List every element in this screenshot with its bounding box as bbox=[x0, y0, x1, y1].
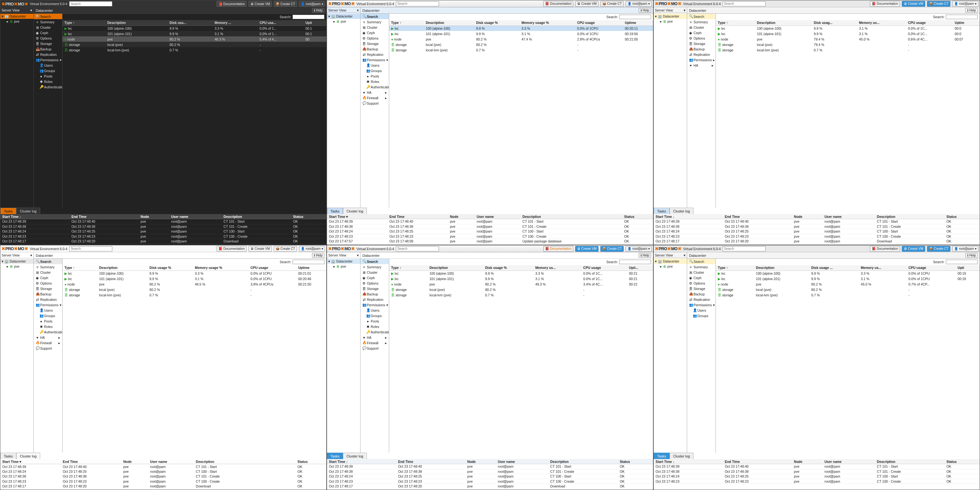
menu-roles[interactable]: ✱Roles bbox=[361, 79, 389, 84]
col-3[interactable]: Memory us... bbox=[857, 20, 906, 25]
menu-groups[interactable]: 👥Groups bbox=[361, 68, 389, 73]
content-search-input[interactable] bbox=[293, 15, 325, 19]
col-0[interactable]: Type ↑ bbox=[716, 265, 754, 270]
user-menu-button[interactable]: 👤root@pam▾ bbox=[952, 1, 978, 7]
menu-replication[interactable]: ⇄Replication bbox=[34, 297, 62, 302]
menu-support[interactable]: 💬Support bbox=[361, 100, 389, 106]
menu-search[interactable]: 🔍Search bbox=[361, 259, 389, 264]
table-row[interactable]: ● nodepve80.2 %49.3 %3.4% of 4C...00:22 bbox=[389, 282, 653, 287]
col-2[interactable]: Disk usage ... bbox=[809, 265, 859, 270]
log-col-2[interactable]: Node bbox=[448, 214, 475, 219]
menu-users[interactable]: 👤Users bbox=[687, 307, 716, 313]
log-col-0[interactable]: Start Time ↓ bbox=[654, 214, 723, 219]
log-col-3[interactable]: User name bbox=[823, 459, 875, 464]
menu-cluster[interactable]: ⊞Cluster bbox=[34, 25, 62, 30]
log-row[interactable]: Oct 23 17:48:39Oct 23 17:48:40pveroot@pa… bbox=[0, 219, 326, 224]
log-row[interactable]: Oct 23 17:48:39Oct 23 17:48:40pveroot@pa… bbox=[654, 219, 980, 224]
menu-replication[interactable]: ⇄Replication bbox=[361, 52, 389, 57]
table-row[interactable]: ▶ lxc100 (alpine-100)9.9 %3.3 %0.0% of 1… bbox=[389, 25, 653, 31]
user-menu-button[interactable]: 👤root@pam▾ bbox=[299, 1, 325, 7]
table-row[interactable]: 🗄 storagelocal (pve)80.2 %- bbox=[62, 287, 326, 292]
tab-cluster-log[interactable]: Cluster log bbox=[343, 208, 367, 214]
menu-users[interactable]: 👤Users bbox=[34, 307, 62, 313]
menu-ha[interactable]: ♥HA ▸ bbox=[361, 335, 389, 340]
log-col-1[interactable]: End Time bbox=[396, 459, 465, 464]
log-col-0[interactable]: Start Time ↓ bbox=[0, 214, 70, 219]
col-2[interactable]: Disk usage % bbox=[483, 265, 533, 270]
content-search-input[interactable] bbox=[293, 260, 325, 264]
menu-pools[interactable]: ●Pools bbox=[361, 73, 389, 79]
documentation-button[interactable]: 📕Documentation bbox=[870, 1, 900, 7]
menu-summary[interactable]: ≡Summary bbox=[687, 19, 716, 25]
help-button[interactable]: ℹ Help bbox=[965, 253, 978, 258]
menu-ha[interactable]: ♥HA ▸ bbox=[34, 335, 62, 340]
create-ct-button[interactable]: 📦Create CT bbox=[274, 246, 297, 252]
table-row[interactable]: ● nodepve80.2 %47.4 %2.8% of 4CPUs00:21:… bbox=[389, 37, 653, 42]
tree-datacenter[interactable]: ▾🏢Datacenter bbox=[327, 14, 360, 19]
log-row[interactable]: Oct 23 17:47:49pveroot@pamStart all VMs … bbox=[327, 244, 653, 245]
menu-ha[interactable]: ♥HA ▸ bbox=[361, 90, 389, 95]
col-0[interactable]: Type ↑ bbox=[389, 265, 428, 270]
log-row[interactable]: Oct 23 17:48:23Oct 23 17:48:23pveroot@pa… bbox=[0, 479, 326, 484]
menu-cluster[interactable]: ⊞Cluster bbox=[687, 270, 716, 275]
col-3[interactable]: Memory usage % bbox=[520, 20, 575, 25]
log-col-1[interactable]: End Time bbox=[388, 214, 448, 219]
table-row[interactable]: 🗄 storagelocal-lvm (pve)0.7 %- bbox=[389, 47, 653, 52]
log-row[interactable]: Oct 23 17:48:38Oct 23 17:48:38pveroot@pa… bbox=[327, 224, 653, 229]
log-row[interactable]: Oct 23 17:48:23Oct 23 17:48:23pveroot@pa… bbox=[327, 479, 653, 484]
log-col-3[interactable]: User name bbox=[496, 459, 548, 464]
menu-users[interactable]: 👤Users bbox=[34, 62, 62, 68]
menu-summary[interactable]: ≡Summary bbox=[361, 264, 389, 270]
menu-search[interactable]: 🔍Search bbox=[361, 14, 389, 19]
menu-backup[interactable]: 📥Backup bbox=[34, 46, 62, 52]
tab-cluster-log[interactable]: Cluster log bbox=[670, 208, 694, 214]
menu-groups[interactable]: 👥Groups bbox=[361, 313, 389, 318]
menu-support[interactable]: 💬Support bbox=[361, 345, 389, 351]
menu-summary[interactable]: ≡Summary bbox=[34, 19, 62, 25]
table-row[interactable]: ▶ lxc101 (alpine-101)9.9 %3.1 %0.0% of 1… bbox=[389, 276, 653, 282]
tab-tasks[interactable]: Tasks bbox=[654, 453, 670, 459]
table-row[interactable]: 🗄 storagelocal (pve)79.4 %- bbox=[716, 42, 980, 47]
menu-support[interactable]: 💬Support bbox=[34, 345, 62, 351]
col-0[interactable]: Type ↑ bbox=[389, 20, 424, 25]
log-col-5[interactable]: Status bbox=[945, 459, 980, 464]
menu-backup[interactable]: 📥Backup bbox=[687, 46, 716, 52]
menu-replication[interactable]: ⇄Replication bbox=[34, 52, 62, 57]
tree-node-pve[interactable]: ▸🖥pve bbox=[654, 19, 687, 24]
log-row[interactable]: Oct 23 17:48:23Oct 23 17:48:23pveroot@pa… bbox=[654, 479, 980, 484]
menu-pools[interactable]: ●Pools bbox=[361, 318, 389, 324]
table-row[interactable]: ▶ lxc101 (alpine-101)9.9 %3.1 %0.0% of 1… bbox=[389, 31, 653, 37]
col-1[interactable]: Description bbox=[105, 20, 167, 25]
log-col-4[interactable]: Description bbox=[520, 214, 622, 219]
menu-authentication[interactable]: 🔑Authentication bbox=[361, 329, 389, 335]
tree-node-pve[interactable]: ▸🖥pve bbox=[327, 19, 360, 24]
global-search-input[interactable] bbox=[722, 1, 765, 6]
menu-cluster[interactable]: ⊞Cluster bbox=[687, 25, 716, 30]
tree-datacenter[interactable]: ▾🏢Datacenter bbox=[0, 14, 33, 19]
menu-search[interactable]: 🔍Search bbox=[34, 259, 62, 264]
log-row[interactable]: Oct 23 17:48:17Oct 23 17:48:20pveroot@pa… bbox=[327, 484, 653, 489]
tree-datacenter[interactable]: ▾🏢Datacenter bbox=[654, 259, 687, 264]
table-row[interactable]: 🗄 storagelocal-lvm (pve)0.7 %- bbox=[716, 292, 980, 298]
menu-users[interactable]: 👤Users bbox=[361, 307, 389, 313]
table-row[interactable]: 🗄 storagelocal-lvm (pve)0.7 %- bbox=[389, 292, 653, 298]
user-menu-button[interactable]: 👤root@pam▾ bbox=[625, 246, 652, 252]
menu-groups[interactable]: 👥Groups bbox=[34, 313, 62, 318]
create-vm-button[interactable]: 🖥Create VM bbox=[248, 246, 272, 252]
col-0[interactable]: Type ↑ bbox=[62, 265, 97, 270]
menu-storage[interactable]: 🗄Storage bbox=[34, 41, 62, 46]
table-row[interactable]: 🗄 storagelocal-lvm (pve)0.7 %- bbox=[62, 47, 326, 52]
tree-datacenter[interactable]: ▾🏢Datacenter bbox=[327, 259, 360, 264]
col-4[interactable]: CPU usa... bbox=[258, 20, 304, 25]
table-row[interactable]: ▶ lxc101 (alpine-101)9.9 %3.1 %0.0% of 1… bbox=[716, 31, 980, 37]
col-3[interactable]: Memory ... bbox=[213, 20, 258, 25]
log-col-4[interactable]: Description bbox=[875, 459, 945, 464]
table-row[interactable]: ▶ lxc101 (alpine-101)9.9 %3.1 %0.0% of 1… bbox=[716, 276, 980, 282]
log-col-2[interactable]: Node bbox=[139, 214, 169, 219]
log-row[interactable]: Oct 23 17:48:38Oct 23 17:48:38pveroot@pa… bbox=[654, 224, 980, 229]
menu-roles[interactable]: ✱Roles bbox=[34, 324, 62, 329]
tab-tasks[interactable]: Tasks bbox=[0, 208, 16, 214]
log-col-3[interactable]: User name bbox=[169, 214, 222, 219]
log-col-4[interactable]: Description bbox=[194, 459, 296, 464]
create-vm-button[interactable]: 🖥Create VM bbox=[248, 1, 272, 7]
